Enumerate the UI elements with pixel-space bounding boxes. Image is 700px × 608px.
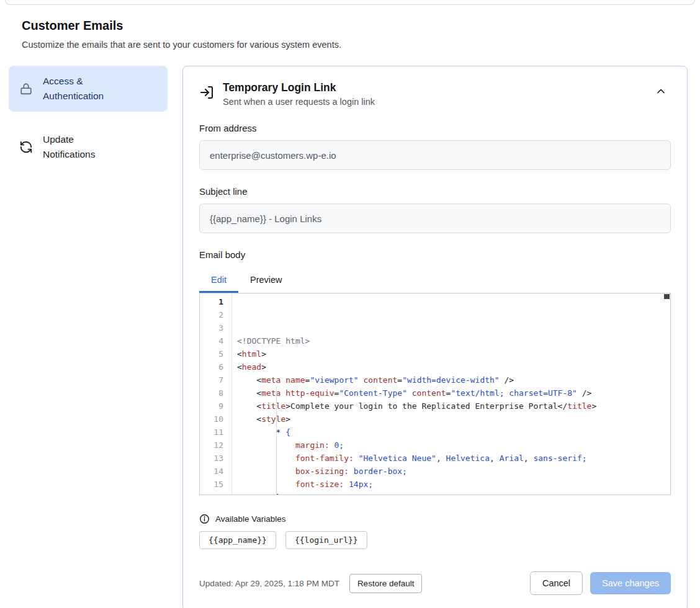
- email-body-tabs: Edit Preview: [199, 267, 671, 293]
- code-line: font-family: "Helvetica Neue", Helvetica…: [237, 452, 670, 465]
- code-line: <style>: [237, 413, 670, 426]
- sidebar-item-access-authentication[interactable]: Access & Authentication: [9, 66, 168, 112]
- panel-header: Temporary Login Link Sent when a user re…: [199, 81, 671, 107]
- line-number: 3: [200, 321, 223, 334]
- login-icon: [199, 85, 214, 100]
- variable-chip[interactable]: {{login_url}}: [285, 531, 367, 549]
- sidebar-item-label: Update Notifications: [43, 132, 123, 162]
- code-line: <html>: [237, 347, 670, 360]
- available-variables-label: Available Variables: [215, 514, 286, 524]
- lock-icon: [19, 81, 34, 96]
- editor-code[interactable]: <!DOCTYPE html><html><head> <meta name="…: [232, 293, 670, 494]
- refresh-icon: [19, 140, 34, 154]
- line-number: 7: [200, 373, 223, 387]
- page-header: Customer Emails Customize the emails tha…: [0, 5, 700, 50]
- chevron-up-icon: [655, 85, 667, 97]
- line-number: 16: [200, 491, 223, 495]
- panel-header-text: Temporary Login Link Sent when a user re…: [223, 81, 375, 107]
- cancel-button[interactable]: Cancel: [530, 571, 583, 595]
- from-address-input[interactable]: [199, 140, 671, 170]
- subject-line-label: Subject line: [199, 186, 671, 197]
- temporary-login-link-panel: Temporary Login Link Sent when a user re…: [182, 66, 688, 608]
- tab-edit[interactable]: Edit: [199, 267, 238, 293]
- available-variables-section: Available Variables {{app_name}}{{login_…: [199, 514, 671, 549]
- code-line: box-sizing: border-box;: [237, 465, 670, 478]
- variable-chips: {{app_name}}{{login_url}}: [199, 531, 671, 549]
- panel-footer: Updated: Apr 29, 2025, 1:18 PM MDT Resto…: [199, 571, 671, 595]
- restore-default-button[interactable]: Restore default: [349, 574, 423, 593]
- line-number: 11: [200, 426, 223, 439]
- panel-subtitle: Sent when a user requests a login link: [223, 97, 375, 107]
- from-address-label: From address: [199, 123, 671, 133]
- line-number: 14: [200, 465, 223, 478]
- code-line: * {: [237, 426, 670, 439]
- line-number: 9: [200, 400, 223, 413]
- line-number: 1: [200, 295, 223, 308]
- code-line: <!DOCTYPE html>: [237, 334, 670, 347]
- previous-card-bottom-edge: [5, 0, 695, 5]
- indent-guide: [276, 387, 277, 494]
- line-number: 5: [200, 347, 223, 360]
- page-subtitle: Customize the emails that are sent to yo…: [22, 40, 687, 50]
- code-editor[interactable]: 12345678910111213141516 <!DOCTYPE html><…: [199, 293, 671, 495]
- code-line: <head>: [237, 360, 670, 373]
- save-changes-button[interactable]: Save changes: [590, 572, 671, 594]
- code-line: margin: 0;: [237, 439, 670, 452]
- sidebar-item-label: Access & Authentication: [43, 74, 123, 104]
- page-title: Customer Emails: [22, 19, 687, 33]
- line-number: 4: [200, 334, 223, 347]
- info-icon: [199, 514, 210, 524]
- updated-timestamp: Updated: Apr 29, 2025, 1:18 PM MDT: [199, 579, 339, 588]
- tab-preview[interactable]: Preview: [238, 267, 294, 293]
- code-line: }: [237, 491, 670, 494]
- line-number: 15: [200, 478, 223, 491]
- editor-scrollbar-thumb[interactable]: [664, 294, 670, 299]
- available-variables-header: Available Variables: [199, 514, 671, 524]
- collapse-button[interactable]: [651, 81, 671, 101]
- line-number: 8: [200, 387, 223, 400]
- code-line: <meta name="viewport" content="width=dev…: [237, 373, 670, 387]
- email-body-label: Email body: [199, 249, 671, 260]
- sidebar-item-update-notifications[interactable]: Update Notifications: [9, 124, 168, 170]
- code-line: <title>Complete your login to the Replic…: [237, 400, 670, 413]
- line-number: 13: [200, 452, 223, 465]
- content-area: Access & Authentication Update Notificat…: [0, 66, 700, 608]
- editor-gutter: 12345678910111213141516: [200, 293, 232, 494]
- code-line: <meta http-equiv="Content-Type" content=…: [237, 387, 670, 400]
- code-line: font-size: 14px;: [237, 478, 670, 491]
- subject-line-input[interactable]: [199, 203, 671, 233]
- line-number: 10: [200, 413, 223, 426]
- variable-chip[interactable]: {{app_name}}: [199, 531, 276, 549]
- line-number: 6: [200, 360, 223, 373]
- line-number: 12: [200, 439, 223, 452]
- line-number: 2: [200, 308, 223, 321]
- panel-title: Temporary Login Link: [223, 81, 375, 94]
- email-types-sidebar: Access & Authentication Update Notificat…: [9, 66, 168, 170]
